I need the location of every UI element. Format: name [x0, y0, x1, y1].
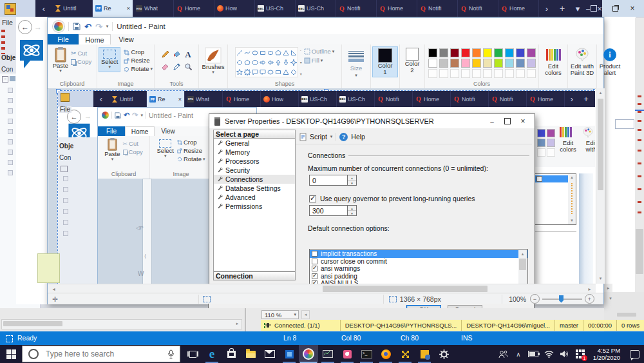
color-swatch[interactable]: [439, 59, 448, 68]
start-button[interactable]: [0, 345, 22, 363]
taskbar-paint[interactable]: [299, 345, 318, 363]
ssms-file-menu[interactable]: File: [2, 19, 13, 26]
tab-close-icon[interactable]: ×: [127, 5, 130, 12]
option-ansi-warnings[interactable]: ansi warnings: [310, 265, 527, 273]
shape-tool-14[interactable]: [282, 58, 290, 66]
shapes-scroll-down-icon[interactable]: ▾: [300, 60, 302, 64]
shape-tool-10[interactable]: [251, 58, 259, 66]
empty-color-slot[interactable]: [516, 69, 525, 78]
size-button[interactable]: Size ▾: [348, 44, 364, 77]
browser-close-button[interactable]: ×: [597, 0, 602, 17]
hscroll-thumb[interactable]: [617, 313, 636, 317]
shapes-scroll-up-icon[interactable]: ‑: [300, 48, 302, 52]
magnifier-icon[interactable]: [184, 63, 193, 71]
wifi-indicator[interactable]: [541, 345, 556, 363]
option-ansi-padding[interactable]: ansi padding: [310, 273, 527, 280]
color-picker-icon[interactable]: [173, 63, 181, 71]
taskbar-settings[interactable]: [434, 345, 453, 363]
eraser-icon[interactable]: [161, 63, 169, 71]
governor-value-input[interactable]: 300: [309, 205, 348, 216]
browser-minimize-button[interactable]: –: [585, 0, 591, 17]
taskbar-mail[interactable]: [260, 345, 279, 363]
action-center-button[interactable]: [625, 345, 644, 363]
zoom-in-button[interactable]: +: [585, 294, 594, 304]
color-swatch[interactable]: [472, 59, 481, 68]
browser-tab-home[interactable]: QHome: [174, 0, 214, 17]
page-item-memory[interactable]: Memory: [214, 148, 295, 157]
ssms-restore-button[interactable]: [609, 3, 621, 14]
shape-tool-8[interactable]: [236, 58, 243, 66]
shape-tool-23[interactable]: [290, 68, 298, 76]
paint-tab-home[interactable]: Home: [79, 34, 111, 45]
task-view-button[interactable]: [183, 345, 202, 363]
taskbar-firefox[interactable]: [376, 345, 395, 363]
column-indicator[interactable]: Col 80: [341, 334, 361, 342]
page-item-permissions[interactable]: Permissions: [214, 202, 295, 211]
paste-button[interactable]: Paste ▾: [53, 47, 68, 73]
option-checkbox[interactable]: [312, 259, 317, 264]
color-swatch[interactable]: [450, 48, 459, 57]
option-checkbox[interactable]: [312, 273, 317, 279]
paint-tab-view[interactable]: View: [111, 34, 142, 44]
browser-tab-notifi[interactable]: QNotifi: [417, 0, 458, 17]
empty-color-slot[interactable]: [527, 69, 536, 78]
browser-tab-notifi[interactable]: QNotifi: [458, 0, 498, 17]
browser-tab-untitl[interactable]: Untitl: [52, 0, 93, 17]
text-tool-icon[interactable]: A: [185, 50, 191, 60]
shape-tool-11[interactable]: [259, 58, 267, 66]
taskbar-edge[interactable]: e: [202, 345, 222, 363]
empty-color-slot[interactable]: [472, 69, 481, 78]
shape-tool-6[interactable]: [282, 48, 290, 57]
hscroll-right-icon[interactable]: ▸: [585, 284, 594, 293]
undo-icon[interactable]: ↶: [84, 22, 91, 32]
governor-checkbox[interactable]: [309, 195, 316, 202]
browser-back-button[interactable]: ←: [18, 20, 32, 34]
dialog-minimize-button[interactable]: –: [484, 116, 500, 126]
hscroll-right-icon[interactable]: ▸: [233, 320, 242, 328]
shape-tool-16[interactable]: [236, 68, 243, 76]
empty-color-slot[interactable]: [505, 69, 514, 78]
shape-outline-button[interactable]: Outline▾: [304, 48, 335, 55]
new-tab-button[interactable]: +: [554, 0, 570, 17]
browser-tab-usch[interactable]: BBCUS-Ch: [296, 0, 336, 17]
microphone-icon[interactable]: [167, 349, 175, 359]
shape-tool-2[interactable]: [251, 48, 259, 57]
taskbar-remote-app[interactable]: [395, 345, 415, 363]
pencil-icon[interactable]: [161, 50, 169, 59]
options-scrollbar[interactable]: ▴ ▾: [518, 250, 527, 284]
resize-button[interactable]: Resize: [124, 57, 153, 64]
editor-zoom-dropdown[interactable]: 110 % ▾: [261, 310, 299, 319]
help-button[interactable]: Help: [351, 133, 365, 141]
fill-bucket-icon[interactable]: [173, 50, 181, 59]
browser-tab-home[interactable]: QHome: [377, 0, 417, 17]
taskbar-photos[interactable]: [279, 345, 299, 363]
color-swatch[interactable]: [505, 48, 514, 57]
taskbar-store[interactable]: [222, 345, 241, 363]
color-swatch[interactable]: [494, 59, 503, 68]
zoom-slider-track[interactable]: [542, 299, 582, 300]
tab-list-icon[interactable]: ▾: [570, 0, 585, 17]
color-swatch[interactable]: [428, 59, 437, 68]
color-swatch[interactable]: [527, 59, 536, 68]
shape-tool-3[interactable]: [259, 48, 267, 57]
insert-mode-indicator[interactable]: INS: [461, 334, 473, 342]
tab-scroll-left-icon[interactable]: ‹: [35, 0, 52, 17]
ssms-connect-fragment[interactable]: Con: [1, 66, 13, 73]
taskbar-clock[interactable]: 4:52 PM1/20/2020: [589, 345, 625, 363]
scroll-down-icon[interactable]: ▾: [607, 295, 614, 302]
shape-tool-1[interactable]: [243, 48, 251, 57]
search-input[interactable]: [44, 349, 167, 359]
shape-tool-15[interactable]: [290, 58, 298, 66]
shape-tool-7[interactable]: [290, 48, 298, 57]
hscroll-left-icon[interactable]: ◂: [50, 284, 58, 293]
browser-maximize-button[interactable]: [591, 0, 597, 17]
page-item-processors[interactable]: Processors: [214, 157, 295, 166]
default-options-list[interactable]: implicit transactionscursor close on com…: [309, 249, 528, 284]
zoom-out-button[interactable]: −: [530, 294, 540, 304]
edit-with-paint3d-button[interactable]: Edit with Paint 3D: [568, 44, 597, 88]
product-alert-button[interactable]: i Product alert: [597, 44, 623, 88]
color-swatch[interactable]: [461, 48, 470, 57]
select-button[interactable]: Select ▾: [99, 47, 120, 72]
shape-tool-13[interactable]: [274, 58, 282, 66]
browser-tab-notifi[interactable]: QNotifi: [336, 0, 377, 17]
